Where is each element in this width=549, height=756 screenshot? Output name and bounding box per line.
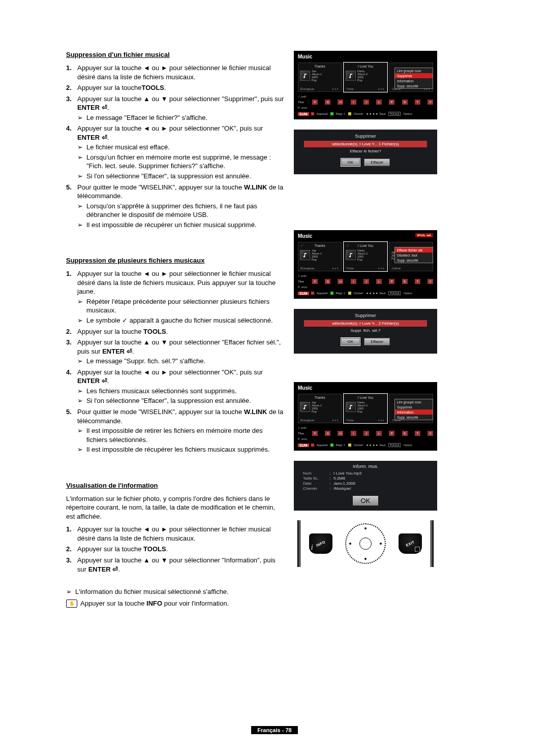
music-icon	[300, 402, 310, 412]
check-icon: ✓	[300, 243, 304, 248]
ok-button[interactable]: OK	[341, 159, 360, 166]
cancel-button[interactable]: Effacer	[364, 338, 390, 345]
music-panel-info: Music Thanks JoeAlbum 12005Pop Énergique…	[294, 382, 437, 451]
figures-column: Music Thanks JoeAlbum 12005Pop Énergique…	[294, 51, 439, 620]
heading: Visualisation de l'information	[66, 482, 285, 489]
info-key: INFOi	[309, 533, 332, 554]
ok-button[interactable]: OK	[353, 496, 379, 506]
music-icon	[300, 71, 310, 81]
music-icon	[346, 71, 356, 81]
section-view-info: Visualisation de l'information L'informa…	[66, 482, 285, 608]
context-menu: Effacer fichier sél. Désélect. tout Supp…	[394, 247, 433, 263]
remote-illustration: INFOi EXIT→	[294, 521, 437, 566]
delete-confirm-dialog: Supprimer sélectionné(s) :I Love Y... 1 …	[294, 130, 437, 174]
music-icon	[346, 250, 356, 260]
section-delete-many: Suppression de plusieurs fichiers musica…	[66, 257, 285, 454]
cancel-button[interactable]: Effacer	[364, 159, 390, 166]
note-icon: ✋	[66, 600, 77, 608]
check-icon: ✓	[346, 243, 350, 248]
music-icon	[346, 402, 356, 412]
heading: Suppression d'un fichier musical	[66, 51, 285, 58]
page-footer: Français - 78	[0, 726, 549, 734]
heading: Suppression de plusieurs fichiers musica…	[66, 257, 285, 264]
dpad-icon	[345, 523, 386, 564]
alpha-letters: FGHIJLPSTV	[312, 431, 433, 436]
manual-text-column: Suppression d'un fichier musical 1. Appu…	[66, 51, 285, 620]
music-panel-delete: Music Thanks JoeAlbum 12005Pop Énergique…	[294, 51, 437, 119]
context-menu: Lire groupe cour. Supprimer Information …	[394, 68, 433, 89]
ok-button[interactable]: OK	[341, 338, 360, 345]
info-note: ✋ Appuyer sur la touche INFO pour voir l…	[66, 600, 285, 608]
alpha-letters: FGHIJLPSTV	[312, 100, 433, 105]
music-icon	[300, 250, 310, 260]
delete-selected-dialog: Supprimer sélectionné(s) :I Love Y... 2 …	[294, 309, 437, 354]
music-info-dialog: Inform. mus. Nom:I Love You.mp3 Taille f…	[294, 461, 437, 511]
context-menu: Lire groupe cour. Supprimer Information …	[394, 399, 433, 420]
music-panel-multiselect: Music1Fich. sél. ✓Thanks JoeAlbum 12005P…	[294, 230, 437, 299]
alpha-letters: FGHIJLPSTV	[312, 279, 433, 284]
exit-key: EXIT→	[399, 533, 422, 554]
section-delete-one: Suppression d'un fichier musical 1. Appu…	[66, 51, 285, 229]
